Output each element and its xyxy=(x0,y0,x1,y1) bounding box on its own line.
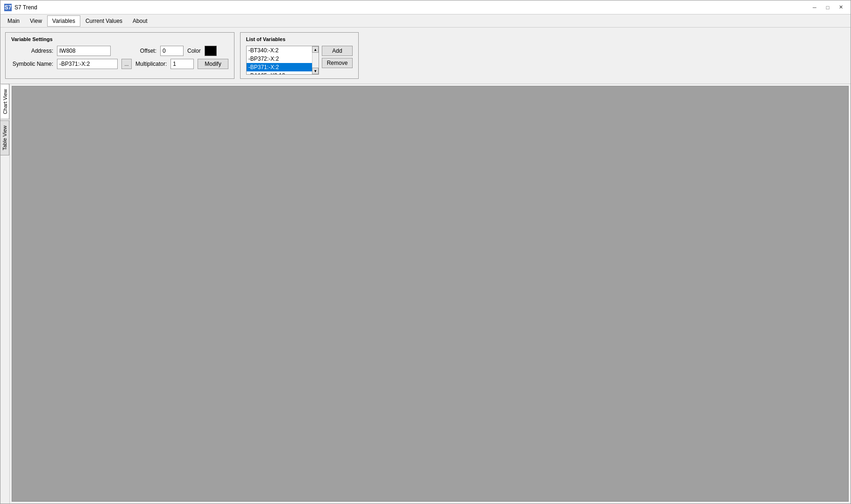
chart-view-tab[interactable]: Chart View xyxy=(0,84,9,119)
address-input[interactable] xyxy=(57,46,111,56)
remove-button[interactable]: Remove xyxy=(322,58,353,68)
title-bar: S7 S7 Trend ─ □ ✕ xyxy=(0,0,851,14)
variables-panel: Variable Settings Address: Offset: Color… xyxy=(0,28,851,84)
listbox-wrapper: -BT340:-X:2 -BP372:-X:2 -BP371:-X:2 -BA1… xyxy=(246,46,319,75)
table-view-tab[interactable]: Table View xyxy=(0,120,9,155)
window-title: S7 Trend xyxy=(14,4,37,11)
app-icon-text: S7 xyxy=(5,4,12,11)
listbox-scrollbar: ▲ ▼ xyxy=(312,46,319,74)
content-area: Variable Settings Address: Offset: Color… xyxy=(0,28,851,504)
menu-item-current-values[interactable]: Current Values xyxy=(80,15,128,27)
list-item-bp372[interactable]: -BP372:-X:2 xyxy=(247,55,312,63)
menu-bar: Main View Variables Current Values About xyxy=(0,14,851,28)
side-tabs: Chart View Table View xyxy=(0,84,10,504)
symbolic-name-row: Symbolic Name: ... Multiplicator: Modify xyxy=(11,59,228,69)
list-buttons: Add Remove xyxy=(322,46,353,75)
menu-item-main[interactable]: Main xyxy=(2,15,25,27)
variable-settings-title: Variable Settings xyxy=(11,36,228,42)
list-item-bt340[interactable]: -BT340:-X:2 xyxy=(247,46,312,55)
list-of-variables-group: List of Variables -BT340:-X:2 -BP372:-X:… xyxy=(240,32,359,79)
symbolic-name-input[interactable] xyxy=(57,59,118,69)
browse-button[interactable]: ... xyxy=(121,59,132,69)
menu-item-about[interactable]: About xyxy=(128,15,152,27)
scroll-down-arrow[interactable]: ▼ xyxy=(312,68,319,74)
menu-item-variables[interactable]: Variables xyxy=(47,15,80,27)
variables-listbox[interactable]: -BT340:-X:2 -BP372:-X:2 -BP371:-X:2 -BA1… xyxy=(247,46,312,74)
color-picker[interactable] xyxy=(205,46,217,56)
title-bar-controls: ─ □ ✕ xyxy=(808,2,847,13)
color-label: Color xyxy=(187,48,201,54)
app-icon: S7 xyxy=(4,4,12,11)
close-button[interactable]: ✕ xyxy=(835,2,847,13)
address-row: Address: Offset: Color xyxy=(11,46,228,56)
chart-area: Chart View Table View xyxy=(0,84,851,504)
symbolic-name-label: Symbolic Name: xyxy=(11,61,53,67)
variable-settings-group: Variable Settings Address: Offset: Color… xyxy=(5,32,234,79)
title-bar-left: S7 S7 Trend xyxy=(4,4,37,11)
list-with-buttons: -BT340:-X:2 -BP372:-X:2 -BP371:-X:2 -BA1… xyxy=(246,46,353,75)
offset-label: Offset: xyxy=(114,48,156,54)
list-item-bp371[interactable]: -BP371:-X:2 xyxy=(247,63,312,71)
list-item-ba165[interactable]: -BA165:-X3:12 xyxy=(247,71,312,74)
main-window: S7 S7 Trend ─ □ ✕ Main View Variables Cu… xyxy=(0,0,851,504)
offset-input[interactable] xyxy=(160,46,184,56)
minimize-button[interactable]: ─ xyxy=(808,2,821,13)
scroll-up-arrow[interactable]: ▲ xyxy=(312,46,319,53)
multiplicator-label: Multiplicator: xyxy=(135,61,167,67)
address-label: Address: xyxy=(11,48,53,54)
chart-content xyxy=(12,86,849,502)
add-button[interactable]: Add xyxy=(322,46,353,56)
menu-item-view[interactable]: View xyxy=(25,15,47,27)
list-of-variables-title: List of Variables xyxy=(246,36,353,42)
modify-button[interactable]: Modify xyxy=(198,59,228,69)
multiplicator-input[interactable] xyxy=(170,59,194,69)
maximize-button[interactable]: □ xyxy=(822,2,834,13)
